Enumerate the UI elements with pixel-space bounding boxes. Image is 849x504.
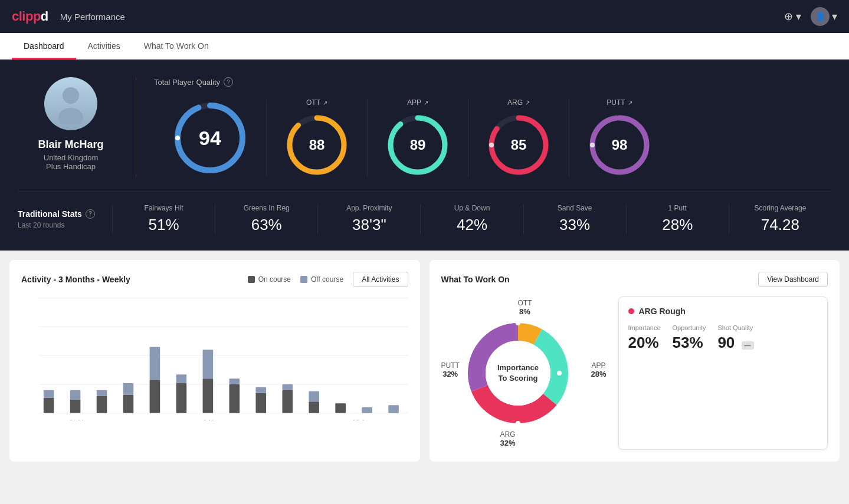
chart-container: 0 2 4 6 8 [21,297,408,423]
trad-stats-help-icon[interactable]: ? [86,209,95,219]
putt-gauge: PUTT ↗ 98 [569,98,670,177]
svg-rect-27 [70,399,81,413]
stat-fairways-hit: Fairways Hit 51% [112,204,215,234]
svg-rect-46 [309,391,319,402]
ott-score: 88 [309,137,325,153]
svg-rect-48 [362,407,372,413]
svg-rect-31 [123,395,134,413]
scores-row: 94 OTT ↗ 88 [154,98,831,177]
main-score: 94 [199,127,221,150]
svg-rect-37 [203,378,214,413]
legend-on-course: On course [248,275,291,284]
svg-text:To Scoring: To Scoring [498,374,537,383]
detail-opportunity: Opportunity 53% [673,324,706,352]
detail-area: ARG Rough Importance 20% Opportunity 53%… [618,297,828,450]
bottom-panels: Activity - 3 Months - Weekly On course O… [0,251,849,471]
scores-section: Total Player Quality ? 94 [136,77,831,177]
tabs-bar: Dashboard Activities What To Work On [0,33,849,60]
app-gauge-circle: 89 [385,113,450,177]
detail-card-title: ARG Rough [628,307,818,316]
donut-svg: Importance To Scoring [459,314,577,432]
svg-rect-25 [44,397,54,413]
app-label: APP ↗ [407,98,428,107]
tab-activities[interactable]: Activities [76,33,132,60]
donut-label-app: APP 28% [591,361,606,378]
all-activities-button[interactable]: All Activities [353,272,408,287]
svg-rect-33 [150,380,160,413]
svg-point-57 [486,341,550,406]
donut-label-ott: OTT 8% [518,299,532,316]
svg-rect-28 [70,390,81,400]
stat-sand-save: Sand Save 33% [523,204,626,234]
add-button[interactable]: ⊕ ▾ [784,10,801,23]
putt-gauge-circle: 98 [587,113,652,177]
svg-point-1 [58,108,83,124]
ott-label: OTT ↗ [306,98,327,107]
detail-shot-quality: Shot Quality 90 — [717,324,753,352]
tab-dashboard[interactable]: Dashboard [12,33,76,60]
arg-gauge: ARG ↗ 85 [468,98,569,177]
user-menu[interactable]: 👤 ▾ [811,7,837,26]
player-info: Blair McHarg United Kingdom Plus Handica… [18,77,136,171]
svg-point-60 [516,321,520,325]
svg-rect-41 [255,393,266,413]
trad-stats-sub: Last 20 rounds [18,221,112,229]
player-country: United Kingdom [44,153,99,162]
putt-label: PUTT ↗ [607,98,632,107]
activity-panel: Activity - 3 Months - Weekly On course O… [9,260,420,462]
svg-rect-36 [176,374,187,383]
svg-point-61 [557,371,562,375]
stat-app-proximity: App. Proximity 38'3" [317,204,420,234]
hero-section: Blair McHarg United Kingdom Plus Handica… [0,60,849,251]
legend-off-dot [300,276,307,283]
tab-what-to-work-on[interactable]: What To Work On [132,33,221,60]
arg-gauge-circle: 85 [486,113,551,177]
player-name: Blair McHarg [38,139,103,151]
legend-off-course: Off course [300,275,343,284]
arg-label: ARG ↗ [507,98,530,107]
trad-stats-label: Traditional Stats ? Last 20 rounds [18,209,112,229]
trad-stats-title: Traditional Stats ? [18,209,112,219]
ott-arrow-icon: ↗ [323,100,327,106]
svg-point-4 [175,136,180,140]
legend-on-dot [248,276,255,283]
bar-chart-svg: 0 2 4 6 8 [39,297,408,420]
svg-rect-29 [97,396,107,413]
ott-gauge: OTT ↗ 88 [267,98,368,177]
svg-rect-32 [123,383,134,395]
main-gauge-circle: 94 [172,100,248,176]
svg-point-0 [63,87,79,104]
app-score: 89 [410,137,426,153]
putt-arrow-icon: ↗ [628,100,632,106]
quality-help-icon[interactable]: ? [224,77,233,87]
svg-rect-34 [150,347,160,380]
shot-quality-badge: — [742,341,754,350]
top-nav: clippd My Performance ⊕ ▾ 👤 ▾ [0,0,849,33]
svg-rect-43 [282,390,293,413]
app-arrow-icon: ↗ [424,100,428,106]
svg-rect-39 [230,384,240,413]
detail-stats: Importance 20% Opportunity 53% Shot Qual… [628,324,818,352]
view-dashboard-button[interactable]: View Dashboard [758,272,828,287]
wtwo-panel: What To Work On View Dashboard [430,260,840,462]
logo: clippd [12,9,48,24]
svg-rect-42 [255,387,266,393]
avatar [44,77,97,130]
donut-label-putt: PUTT 32% [441,361,460,378]
app-gauge: APP ↗ 89 [368,98,468,177]
wtwo-title: What To Work On [441,275,510,284]
arg-arrow-icon: ↗ [525,100,530,106]
stat-1-putt: 1 Putt 28% [626,204,729,234]
quality-label: Total Player Quality ? [154,77,831,87]
player-handicap: Plus Handicap [46,162,96,171]
svg-rect-47 [335,403,346,413]
wtwo-body: Importance To Scoring OTT 8% APP 28% [441,297,828,450]
svg-rect-35 [176,383,187,413]
svg-point-11 [489,143,494,147]
donut-chart: Importance To Scoring OTT 8% APP 28% [441,297,607,450]
chart-legend: On course Off course [248,275,344,284]
putt-score: 98 [612,137,628,153]
wtwo-header: What To Work On View Dashboard [441,272,828,287]
nav-title: My Performance [60,12,125,22]
svg-rect-38 [203,350,214,378]
